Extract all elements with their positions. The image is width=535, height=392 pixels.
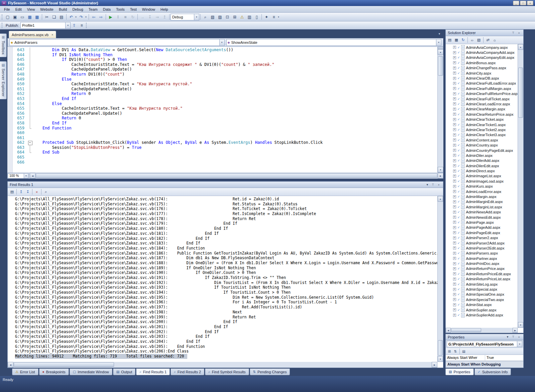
find-result-line[interactable]: G:\Projects\All_FlySeason\FlyService\Fly… [15,270,437,275]
expand-plus-icon[interactable]: + [453,205,456,208]
code-line[interactable]: 657 Return 0 [13,116,437,121]
tree-item[interactable]: +✓AdminParser2.aspx [446,235,518,240]
tree-item[interactable]: +✓AdminClearFullTicket.aspx [446,96,518,101]
code-line[interactable]: 651 CacheUpdatePanel.Update() [13,87,437,92]
property-value-cell[interactable]: True [485,355,523,361]
find-result-line[interactable]: G:\Projects\All_FlySeason\FlyService\Fly… [15,221,437,226]
go-previous-result-icon[interactable]: ↥ [18,189,24,195]
tree-item[interactable]: +✓AdminClearFullMargin.aspx [446,86,518,91]
code-line[interactable]: 658 End If [13,121,437,126]
find-results-hscroll-thumb[interactable] [14,362,114,367]
code-line[interactable]: 660 [13,130,437,135]
code-line[interactable]: 662 Protected Sub StopLinkButton_Click(B… [13,140,437,145]
editor-split-handle[interactable] [438,47,443,49]
code-editor[interactable]: 643 Dim DV1 As Data.DataView = GetCount.… [7,47,443,173]
tree-item[interactable]: +✓AdminReturnPriceList.aspx [446,277,518,282]
tree-item[interactable]: +✓AdminMarginList.aspx [446,204,518,209]
tree-item[interactable]: +✓AdminClearDB.aspx [446,76,518,81]
start-debugging-icon[interactable]: ▶ [107,13,114,21]
code-line[interactable]: 659 End Function [13,126,437,131]
expand-plus-icon[interactable]: + [453,288,456,291]
find-result-line[interactable]: G:\Projects\All_FlySeason\FlyService\Fly… [15,251,437,256]
find-result-line[interactable]: G:\Projects\All_FlySeason\FlyService\Fly… [15,285,437,290]
expand-plus-icon[interactable]: + [453,108,456,111]
expand-plus-icon[interactable]: + [453,159,456,162]
code-line[interactable]: 666 [13,160,437,165]
tree-item[interactable]: +✓AdminBonus.aspx [446,60,518,65]
find-result-line[interactable]: G:\Projects\All_FlySeason\FlyService\Fly… [15,334,437,339]
toolbar-grip[interactable] [86,23,87,28]
code-line[interactable]: 663 Session("StopLinkButtonPress") = Tru… [13,145,437,150]
tree-item[interactable]: +✓AdminSpecialTwo.aspx [446,297,518,302]
scroll-up-icon[interactable]: ▲ [438,49,443,55]
window-position-chevron-icon[interactable]: ▼ [425,183,430,187]
repeat-search-icon[interactable]: ⌕ [42,189,49,195]
tree-item[interactable]: +✓AdminDilerEdit.aspx [446,163,518,168]
tree-item[interactable]: +✓AdminAviaCompany.aspx [446,45,518,50]
find-result-line[interactable]: G:\Projects\All_FlySeason\FlyService\Fly… [15,344,437,349]
asp-configuration-icon[interactable]: ☼ [491,37,498,43]
tree-item[interactable]: +✓AdminNewsAdd.aspx [446,210,518,215]
expand-plus-icon[interactable]: + [453,298,456,301]
publish-profile-combo[interactable]: Profile1▼ [20,22,71,29]
expand-plus-icon[interactable]: + [453,236,456,239]
tree-item[interactable]: +✓AdminParser2Add.aspx [446,240,518,246]
expand-plus-icon[interactable]: + [453,77,456,80]
tab-server-explorer[interactable]: ▤Server Explorer [0,61,7,99]
scroll-up-icon[interactable]: ▲ [518,44,523,50]
menu-item-file[interactable]: File [1,6,13,12]
editor-hscroll-thumb[interactable] [36,173,437,178]
expand-plus-icon[interactable]: + [453,247,456,250]
solution-configurations-combo[interactable]: Debug▼ [171,14,199,20]
tree-item[interactable]: +✓AdminSuplierAdd.aspx [446,312,518,317]
code-line[interactable]: 655 CacheIntouristState.Text = "Кэш Инту… [13,106,437,111]
view-code-icon[interactable]: ‹› [469,37,475,43]
expand-plus-icon[interactable]: + [453,128,456,131]
scroll-right-icon[interactable]: ▶ [438,173,443,179]
expand-plus-icon[interactable]: + [453,308,456,311]
close-icon[interactable]: × [517,335,521,339]
step-out-icon[interactable]: ↥ [161,13,168,21]
redo-dropdown-icon[interactable]: ▼ [85,16,87,18]
find-result-line[interactable]: G:\Projects\All_FlySeason\FlyService\Fly… [15,236,437,241]
save-all-icon[interactable]: ▩ [33,13,41,21]
expand-plus-icon[interactable]: + [453,226,456,229]
chevron-down-icon[interactable]: ▼ [219,39,224,45]
code-line[interactable]: 643 Dim DV1 As Data.DataView = GetCount.… [13,47,437,53]
find-result-line[interactable]: G:\Projects\All_FlySeason\FlyService\Fly… [15,246,437,251]
close-icon[interactable]: × [436,183,441,187]
auto-hide-pin-icon[interactable]: ⊤ [431,183,435,187]
extension-manager-icon[interactable]: ✦ [263,13,270,21]
expand-plus-icon[interactable]: + [453,221,456,224]
expand-plus-icon[interactable]: + [453,231,456,234]
expand-plus-icon[interactable]: + [453,67,456,70]
navigate-backward-icon[interactable]: ⇦ [90,13,97,21]
tab-find-results-1[interactable]: ⌕Find Results 1 [136,369,170,375]
tree-item[interactable]: +✓AdminParser2Edit.aspx [446,246,518,251]
tree-item[interactable]: +✓AdminNewsEdit.aspx [446,215,518,220]
tree-item[interactable]: +✓AdminReturnPrice.aspx [446,266,518,271]
expand-plus-icon[interactable]: + [453,118,456,121]
paste-icon[interactable]: ▤ [58,13,65,21]
immediate-window-icon[interactable]: ▥ [246,13,253,21]
tree-item[interactable]: +✓AdminClearTicket1.aspx [446,122,518,127]
tree-item[interactable]: +✓AdminClearReturnPrice.aspx [446,112,518,117]
find-result-line[interactable]: G:\Projects\All_FlySeason\FlyService\Fly… [15,339,437,344]
restart-icon[interactable]: ↻ [129,13,136,21]
toolbar-options-icon[interactable]: ▼ [278,16,280,18]
properties-header[interactable]: Properties ▼ ⊤ × [446,334,523,340]
save-icon[interactable]: ▦ [26,13,33,21]
find-result-line[interactable]: G:\Projects\All_FlySeason\FlyService\Fly… [15,275,437,280]
properties-object-combo[interactable]: G:\Projects\All_FlySeason\FlySeason▼ [447,341,522,347]
error-list-icon[interactable]: ⚠ [238,13,246,21]
document-tab[interactable]: AdminParsers.aspx.vb × [9,31,56,38]
menu-item-view[interactable]: View [24,6,38,12]
tree-item[interactable]: +✓AdminAviaCompanyAdd.aspx [446,50,518,55]
tree-item[interactable]: +✓AdminClearMargin.aspx [446,107,518,112]
expand-plus-icon[interactable]: + [453,195,456,198]
scroll-left-icon[interactable]: ◀ [446,328,451,333]
tab-output[interactable]: ▤Output [113,369,135,375]
show-next-statement-icon[interactable]: → [139,13,146,21]
tree-item[interactable]: +✓AdminImageLoad.aspx [446,179,518,184]
expand-plus-icon[interactable]: + [453,216,456,219]
